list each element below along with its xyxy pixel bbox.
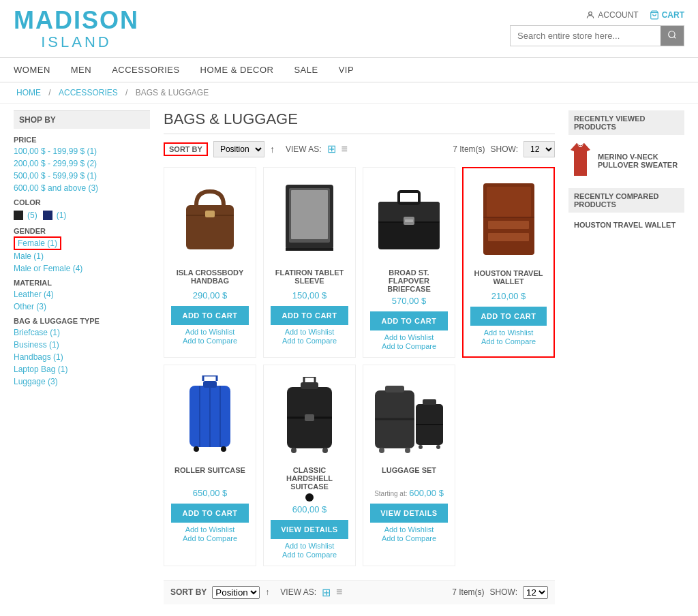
compare-link-7[interactable]: Add to Compare <box>370 534 448 542</box>
wallet-svg <box>480 180 538 258</box>
add-to-cart-btn-4[interactable]: ADD TO CART <box>470 307 547 326</box>
product-swatch-6 <box>271 493 348 502</box>
wishlist-link-4[interactable]: Add to Wishlist <box>470 328 547 337</box>
search-icon <box>667 30 677 40</box>
bag-type-laptop[interactable]: Laptop Bag (1) <box>14 363 150 375</box>
view-details-btn-7[interactable]: VIEW DETAILS <box>370 504 448 523</box>
material-filter-leather[interactable]: Leather (4) <box>14 288 150 301</box>
product-card-7: LUGGAGE SET Starting at: 600,00 $ VIEW D… <box>363 365 455 566</box>
bottom-grid-view[interactable]: ⊞ <box>322 586 331 599</box>
gender-filter-female[interactable]: Female (1) <box>14 236 61 250</box>
show-label: SHOW: <box>491 144 518 154</box>
product-links-6: Add to Wishlist Add to Compare <box>271 542 348 559</box>
gender-filter-male-female[interactable]: Male or Female (4) <box>14 262 150 275</box>
product-grid: ISLA CROSSBODY HANDBAG 290,00 $ ADD TO C… <box>164 167 555 566</box>
compare-link-5[interactable]: Add to Compare <box>171 534 249 542</box>
bag-type-handbags[interactable]: Handbags (1) <box>14 351 150 363</box>
svg-line-3 <box>674 37 676 39</box>
material-filter-other[interactable]: Other (3) <box>14 301 150 313</box>
logo[interactable]: MADISON ISLAND <box>14 7 139 50</box>
price-filter-3[interactable]: 500,00 $ - 599,99 $ (1) <box>14 170 150 182</box>
price-filter-1[interactable]: 100,00 $ - 199,99 $ (1) <box>14 145 150 157</box>
compare-link-1[interactable]: Add to Compare <box>171 337 249 345</box>
svg-point-45 <box>405 448 410 453</box>
wishlist-link-7[interactable]: Add to Wishlist <box>370 525 448 534</box>
compare-link-2[interactable]: Add to Compare <box>271 337 348 345</box>
wishlist-link-6[interactable]: Add to Wishlist <box>271 542 348 550</box>
grid-view-button[interactable]: ⊞ <box>327 142 336 155</box>
product-card-2: FLATIRON TABLET SLEEVE 150,00 $ ADD TO C… <box>263 167 356 358</box>
bottom-list-view[interactable]: ≡ <box>336 586 342 598</box>
list-view-button[interactable]: ≡ <box>342 143 348 155</box>
svg-rect-40 <box>305 414 314 421</box>
bag-type-briefcase[interactable]: Briefcase (1) <box>14 326 150 339</box>
product-links-7: Add to Wishlist Add to Compare <box>370 525 448 542</box>
account-link[interactable]: ACCOUNT <box>586 10 638 20</box>
product-name-4: HOUSTON TRAVEL WALLET <box>470 269 547 288</box>
color-swatch-black[interactable]: (5) <box>14 211 37 220</box>
nav-accessories[interactable]: ACCESSORIES <box>112 65 179 75</box>
bottom-show-select[interactable]: 12 24 48 <box>523 586 548 599</box>
recently-viewed-title: RECENTLY VIEWED PRODUCTS <box>568 110 684 135</box>
nav-men[interactable]: MEN <box>71 65 91 75</box>
sort-direction-button[interactable]: ↑ <box>270 144 275 155</box>
price-filter-4[interactable]: 600,00 $ and above (3) <box>14 182 150 194</box>
add-to-cart-btn-1[interactable]: ADD TO CART <box>171 306 249 325</box>
product-price-6: 600,00 $ <box>271 504 348 514</box>
product-links-2: Add to Wishlist Add to Compare <box>271 328 348 345</box>
bottom-item-count: 7 Item(s) <box>452 587 484 597</box>
product-price-2: 150,00 $ <box>271 290 348 301</box>
cart-label: CART <box>662 10 684 20</box>
wishlist-link-5[interactable]: Add to Wishlist <box>171 525 249 534</box>
wishlist-link-2[interactable]: Add to Wishlist <box>271 328 348 336</box>
svg-point-28 <box>221 446 226 452</box>
product-card-5: ROLLER SUITCASE 650,00 $ ADD TO CART Add… <box>164 365 256 566</box>
bottom-sort-dir[interactable]: ↑ <box>265 587 269 597</box>
nav-sale[interactable]: SALE <box>294 65 318 75</box>
bottom-toolbar: SORT BY Position Name Price ↑ VIEW AS: ⊞… <box>164 580 555 604</box>
compare-link-3[interactable]: Add to Compare <box>370 342 448 350</box>
svg-point-50 <box>436 445 440 449</box>
wishlist-link-3[interactable]: Add to Wishlist <box>370 333 448 341</box>
search-input[interactable] <box>511 27 661 45</box>
search-button[interactable] <box>661 26 684 46</box>
product-name-7: LUGGAGE SET <box>370 466 448 485</box>
recently-compared-title: RECENTLY COMPARED PRODUCTS <box>568 188 684 213</box>
nav-women[interactable]: WOMEN <box>14 65 50 75</box>
page-title: BAGS & LUGGAGE <box>164 110 555 134</box>
cart-link[interactable]: CART <box>650 10 684 20</box>
hardshell-suitcase-svg <box>279 377 340 455</box>
show-select[interactable]: 12 24 48 <box>524 141 555 157</box>
product-img-1 <box>171 174 249 263</box>
main-nav: WOMEN MEN ACCESSORIES HOME & DECOR SALE … <box>0 58 698 82</box>
nav-vip[interactable]: VIP <box>339 65 354 75</box>
product-img-2 <box>271 174 348 263</box>
product-name-3: BROAD ST. FLAPOVER BRIEFCASE <box>370 268 448 293</box>
nav-home-decor[interactable]: HOME & DECOR <box>200 65 274 75</box>
view-details-btn-6[interactable]: VIEW DETAILS <box>271 520 348 539</box>
add-to-cart-btn-3[interactable]: ADD TO CART <box>370 311 448 330</box>
color-swatch-navy[interactable]: (1) <box>43 211 67 220</box>
breadcrumb-accessories[interactable]: ACCESSORIES <box>59 88 118 97</box>
bottom-sort-select[interactable]: Position Name Price <box>212 586 260 599</box>
cart-icon <box>650 10 659 20</box>
product-img-6 <box>271 372 348 461</box>
sort-by-select[interactable]: Position Name Price <box>213 141 264 157</box>
bag-type-business[interactable]: Business (1) <box>14 339 150 351</box>
add-to-cart-btn-2[interactable]: ADD TO CART <box>271 306 348 325</box>
logo-island: ISLAND <box>14 34 139 50</box>
product-img-7 <box>370 372 448 461</box>
color-count-navy: (1) <box>57 211 67 220</box>
sort-by-label: SORT BY <box>164 142 208 156</box>
compare-link-6[interactable]: Add to Compare <box>271 551 348 559</box>
breadcrumb: HOME / ACCESSORIES / BAGS & LUGGAGE <box>0 82 698 104</box>
breadcrumb-home[interactable]: HOME <box>16 88 41 97</box>
wishlist-link-1[interactable]: Add to Wishlist <box>171 328 249 336</box>
add-to-cart-btn-5[interactable]: ADD TO CART <box>171 504 249 523</box>
compare-link-4[interactable]: Add to Compare <box>470 337 547 345</box>
bag-type-luggage[interactable]: Luggage (3) <box>14 375 150 388</box>
starting-at-label: Starting at: 600,00 $ <box>370 488 448 498</box>
main-content: BAGS & LUGGAGE SORT BY Position Name Pri… <box>164 110 555 604</box>
price-filter-2[interactable]: 200,00 $ - 299,99 $ (2) <box>14 157 150 170</box>
gender-filter-male[interactable]: Male (1) <box>14 250 150 262</box>
